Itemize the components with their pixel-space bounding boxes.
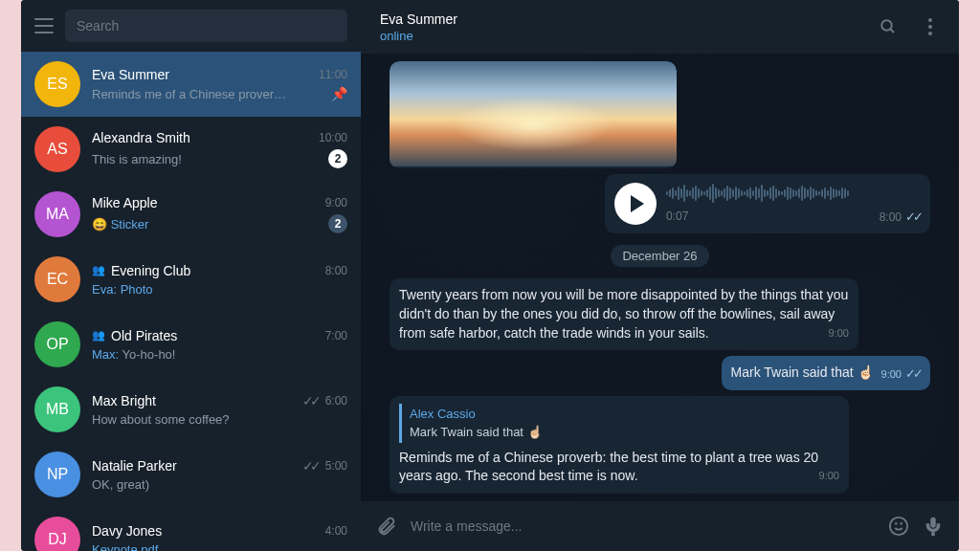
chat-item[interactable]: ESEva Summer11:00Reminds me of a Chinese… xyxy=(21,52,361,117)
read-ticks-icon: ✓✓ xyxy=(905,365,921,383)
chat-item[interactable]: EC👥Evening Club8:00Eva: Photo xyxy=(21,247,361,312)
avatar: MB xyxy=(34,386,80,432)
group-icon: 👥 xyxy=(92,329,105,342)
search-icon[interactable] xyxy=(879,17,898,36)
voice-message[interactable]: 0:07 8:00✓✓ xyxy=(605,174,930,233)
chat-time: 11:00 xyxy=(319,68,347,81)
chat-item[interactable]: ASAlexandra Smith10:00This is amazing!2 xyxy=(21,117,361,182)
attach-icon[interactable] xyxy=(376,516,397,537)
app-window: Search ESEva Summer11:00Reminds me of a … xyxy=(21,0,959,551)
avatar: OP xyxy=(34,321,80,367)
message-time: 9:00 xyxy=(881,367,902,382)
mic-icon[interactable] xyxy=(923,516,944,537)
svg-point-4 xyxy=(901,523,902,524)
chat-preview: How about some coffee? xyxy=(92,412,347,427)
header-title: Eva Summer xyxy=(380,11,457,27)
messages: Nearly missed this sunrise 7:00 0:07 8:0… xyxy=(361,54,959,501)
group-icon: 👥 xyxy=(92,264,105,276)
chat-time: 4:00 xyxy=(325,524,347,538)
chat-name: Davy Jones xyxy=(92,523,162,539)
message-time: 8:00 xyxy=(880,209,902,226)
chat-time: 7:00 xyxy=(325,329,347,342)
compose-placeholder: Write a message... xyxy=(411,518,522,534)
header-actions xyxy=(879,17,940,36)
svg-point-2 xyxy=(890,518,907,535)
chat-preview: 😄 Sticker xyxy=(92,217,323,231)
chat-preview: Keynote.pdf xyxy=(92,542,347,552)
read-ticks-icon: ✓✓ xyxy=(302,458,318,474)
photo-message[interactable]: Nearly missed this sunrise 7:00 xyxy=(390,61,677,168)
svg-line-1 xyxy=(890,29,894,33)
voice-duration: 0:07 xyxy=(666,209,688,226)
chat-preview: Reminds me of a Chinese prover… xyxy=(92,87,325,101)
waveform xyxy=(666,182,921,205)
photo-thumbnail xyxy=(390,61,677,166)
date-separator: December 26 xyxy=(611,245,708,267)
text-message-out[interactable]: Mark Twain said that ☝🏻 9:00✓✓ xyxy=(722,356,930,390)
chat-time: 8:00 xyxy=(325,264,347,277)
header-info[interactable]: Eva Summer online xyxy=(380,11,457,43)
text-message[interactable]: Twenty years from now you will be more d… xyxy=(390,278,858,350)
message-text: Mark Twain said that ☝🏻 xyxy=(731,364,874,380)
unread-badge: 2 xyxy=(328,214,347,233)
chat-name: Mike Apple xyxy=(92,195,157,210)
chat-name: Old Pirates xyxy=(111,328,177,343)
compose-input[interactable]: Write a message... xyxy=(411,518,875,534)
message-text: Reminds me of a Chinese proverb: the bes… xyxy=(399,450,818,484)
avatar: NP xyxy=(34,452,80,497)
sidebar: Search ESEva Summer11:00Reminds me of a … xyxy=(21,0,361,551)
svg-point-0 xyxy=(881,20,892,31)
chat-preview: Max: Yo-ho-ho! xyxy=(92,347,347,362)
emoji-icon[interactable] xyxy=(888,516,909,537)
chat-name: Eva Summer xyxy=(92,67,169,82)
reply-sender: Alex Cassio xyxy=(410,406,839,423)
avatar: AS xyxy=(34,126,80,172)
chat-item[interactable]: OP👥Old Pirates7:00Max: Yo-ho-ho! xyxy=(21,312,361,377)
sidebar-top: Search xyxy=(21,0,361,52)
chat-item[interactable]: MBMax Bright✓✓6:00How about some coffee? xyxy=(21,377,361,442)
more-icon[interactable] xyxy=(921,17,940,36)
header-status: online xyxy=(380,29,457,43)
chat-preview: OK, great) xyxy=(92,477,347,492)
play-icon xyxy=(631,195,644,212)
chat-name: Natalie Parker xyxy=(92,458,177,474)
composer: Write a message... xyxy=(361,501,959,551)
search-input[interactable]: Search xyxy=(65,10,347,42)
unread-badge: 2 xyxy=(328,149,347,168)
chat-name: Max Bright xyxy=(92,393,156,408)
play-button[interactable] xyxy=(614,183,657,225)
chat-item[interactable]: NPNatalie Parker✓✓5:00OK, great) xyxy=(21,442,361,507)
chat-time: 6:00 xyxy=(325,394,347,408)
search-placeholder: Search xyxy=(77,18,119,33)
menu-icon[interactable] xyxy=(34,18,54,33)
chat-time: 9:00 xyxy=(325,196,347,209)
avatar: ES xyxy=(34,61,80,107)
message-time: 9:00 xyxy=(829,326,849,341)
chat-preview: Eva: Photo xyxy=(92,282,347,297)
chat-header: Eva Summer online xyxy=(361,0,959,54)
chat-name: Alexandra Smith xyxy=(92,130,190,145)
pin-icon: 📌 xyxy=(331,86,347,101)
reply-quote[interactable]: Alex Cassio Mark Twain said that ☝🏻 xyxy=(399,404,839,442)
chat-item[interactable]: DJDavy Jones4:00Keynote.pdf xyxy=(21,507,361,551)
chat-item[interactable]: MAMike Apple9:00😄 Sticker2 xyxy=(21,182,361,247)
chat-name: Evening Club xyxy=(111,263,190,278)
reply-text: Mark Twain said that ☝🏻 xyxy=(410,424,839,441)
message-time: 9:00 xyxy=(819,469,839,483)
avatar: MA xyxy=(34,191,80,237)
message-text: Twenty years from now you will be more d… xyxy=(399,287,848,340)
chat-time: 5:00 xyxy=(325,459,347,473)
chat-time: 10:00 xyxy=(319,131,347,144)
chat-list: ESEva Summer11:00Reminds me of a Chinese… xyxy=(21,52,361,551)
chat-preview: This is amazing! xyxy=(92,152,323,166)
main-pane: Eva Summer online Nearly missed this sun… xyxy=(361,0,959,551)
svg-point-3 xyxy=(896,523,897,524)
avatar: DJ xyxy=(34,517,80,551)
avatar: EC xyxy=(34,256,80,302)
read-ticks-icon: ✓✓ xyxy=(905,209,921,226)
reply-message[interactable]: Alex Cassio Mark Twain said that ☝🏻 Remi… xyxy=(390,396,849,494)
read-ticks-icon: ✓✓ xyxy=(302,393,318,408)
